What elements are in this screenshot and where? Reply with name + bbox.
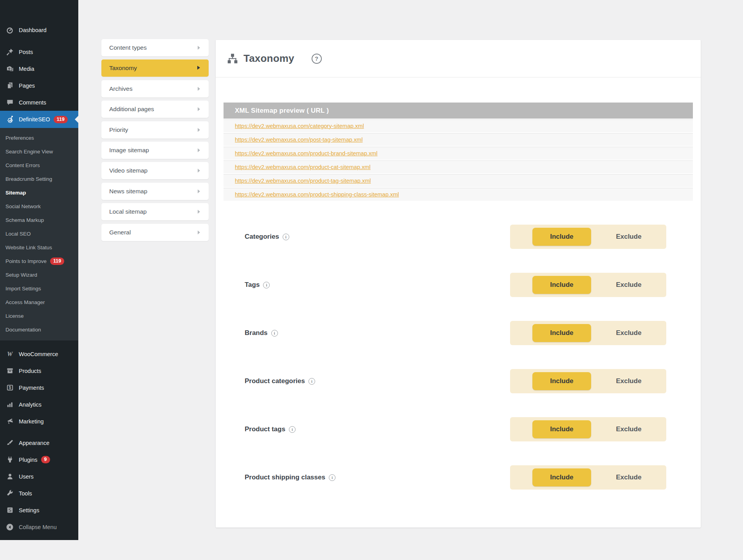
exclude-button[interactable]: Exclude — [591, 233, 666, 241]
tab-news-sitemap[interactable]: News sitemap — [101, 183, 209, 200]
table-header: XML Sitemap preview ( URL ) — [224, 103, 693, 119]
include-button[interactable]: Include — [532, 420, 591, 438]
include-button[interactable]: Include — [532, 324, 591, 342]
setting-row-brands: Brands i Include Exclude — [224, 321, 693, 345]
chevron-right-icon — [198, 46, 200, 50]
submenu-item-sitemap[interactable]: Sitemap — [0, 186, 78, 200]
info-icon[interactable]: i — [283, 234, 289, 240]
tab-archives[interactable]: Archives — [101, 80, 209, 97]
submenu-item-access-manager[interactable]: Access Manager — [0, 295, 78, 309]
sidebar-item-marketing[interactable]: Marketing — [0, 413, 78, 430]
sidebar-separator — [0, 340, 78, 346]
submenu-item-local-seo[interactable]: Local SEO — [0, 227, 78, 241]
sidebar-separator — [0, 38, 78, 43]
analytics-icon — [5, 400, 14, 409]
collapse-menu-button[interactable]: Collapse Menu — [0, 519, 78, 535]
definiteseo-logo-icon — [5, 115, 15, 124]
sidebar-item-dashboard[interactable]: Dashboard — [0, 22, 78, 38]
tab-additional-pages[interactable]: Additional pages — [101, 101, 209, 118]
sidebar-item-products[interactable]: Products — [0, 362, 78, 379]
include-exclude-toggle: Include Exclude — [510, 273, 666, 297]
marketing-icon — [5, 417, 14, 426]
sidebar-item-woocommerce[interactable]: W WooCommerce — [0, 346, 78, 362]
sidebar-item-media[interactable]: Media — [0, 60, 78, 77]
sidebar-item-posts[interactable]: Posts — [0, 43, 78, 60]
exclude-button[interactable]: Exclude — [591, 425, 666, 433]
info-icon[interactable]: i — [329, 474, 335, 481]
sidebar-item-analytics[interactable]: Analytics — [0, 396, 78, 413]
sidebar-item-plugins[interactable]: Plugins 9 — [0, 451, 78, 468]
info-icon[interactable]: i — [289, 426, 296, 433]
sidebar-item-label: Plugins — [19, 457, 38, 463]
sidebar-item-label: WooCommerce — [19, 351, 58, 357]
sitemap-link-product-shipping-class[interactable]: https://dev2.webmaxusa.com/product-shipp… — [235, 191, 399, 198]
help-icon[interactable]: ? — [312, 54, 322, 64]
sidebar-item-label: Media — [19, 66, 34, 72]
tab-video-sitemap[interactable]: Video sitemap — [101, 162, 209, 179]
tab-priority[interactable]: Priority — [101, 121, 209, 139]
sidebar-item-comments[interactable]: Comments — [0, 94, 78, 111]
collapse-menu-label: Collapse Menu — [19, 524, 57, 530]
tools-icon — [5, 489, 14, 498]
submenu-item-schema-markup[interactable]: Schema Markup — [0, 213, 78, 227]
submenu-item-points-to-improve[interactable]: Points to Improve 119 — [0, 254, 78, 268]
exclude-button[interactable]: Exclude — [591, 474, 666, 481]
tab-general[interactable]: General — [101, 224, 209, 241]
submenu-item-documentation[interactable]: Documentation — [0, 323, 78, 337]
sidebar-item-label: Posts — [19, 49, 33, 55]
setting-label: Product categories — [245, 377, 305, 385]
sidebar-item-definiteseo[interactable]: DefiniteSEO 119 — [0, 111, 78, 128]
sitemap-link-post-tag[interactable]: https://dev2.webmaxusa.com/post-tag-site… — [235, 137, 362, 143]
sidebar-separator — [0, 430, 78, 434]
submenu-item-license[interactable]: License — [0, 309, 78, 323]
include-button[interactable]: Include — [532, 372, 591, 390]
sitemap-link-product-tag[interactable]: https://dev2.webmaxusa.com/product-tag-s… — [235, 178, 371, 184]
sidebar-item-tools[interactable]: Tools — [0, 485, 78, 502]
info-icon[interactable]: i — [308, 378, 315, 385]
tab-content-types[interactable]: Content types — [101, 39, 209, 56]
exclude-button[interactable]: Exclude — [591, 377, 666, 385]
tab-image-sitemap[interactable]: Image sitemap — [101, 142, 209, 159]
sidebar-item-users[interactable]: Users — [0, 468, 78, 485]
sitemap-link-category[interactable]: https://dev2.webmaxusa.com/category-site… — [235, 123, 364, 129]
sidebar-item-payments[interactable]: $ Payments — [0, 379, 78, 396]
table-row: https://dev2.webmaxusa.com/post-tag-site… — [224, 132, 693, 146]
chevron-right-icon — [198, 107, 200, 111]
sidebar-item-appearance[interactable]: Appearance — [0, 434, 78, 451]
exclude-button[interactable]: Exclude — [591, 281, 666, 289]
svg-text:W: W — [7, 351, 13, 357]
submenu-item-content-errors[interactable]: Content Errors — [0, 158, 78, 172]
info-icon[interactable]: i — [271, 330, 278, 337]
submenu-item-social-network[interactable]: Social Network — [0, 200, 78, 213]
sidebar-item-label: Analytics — [19, 402, 41, 408]
include-button[interactable]: Include — [532, 228, 591, 246]
chevron-right-icon — [198, 230, 200, 234]
info-icon[interactable]: i — [263, 282, 270, 288]
submenu-item-preferences[interactable]: Preferences — [0, 131, 78, 145]
sidebar-item-settings[interactable]: Settings — [0, 502, 78, 519]
taxonomy-hierarchy-icon — [227, 53, 238, 64]
tab-local-sitemap[interactable]: Local sitemap — [101, 203, 209, 220]
pages-icon — [5, 81, 14, 90]
sidebar-item-pages[interactable]: Pages — [0, 77, 78, 94]
setting-label: Tags — [245, 281, 260, 289]
include-button[interactable]: Include — [532, 468, 591, 486]
sitemap-link-product-brand[interactable]: https://dev2.webmaxusa.com/product-brand… — [235, 150, 377, 157]
submenu-item-breadcrumb-setting[interactable]: Breadcrumb Setting — [0, 172, 78, 186]
exclude-button[interactable]: Exclude — [591, 329, 666, 337]
submenu-item-search-engine-view[interactable]: Search Engine View — [0, 145, 78, 158]
sidebar-item-label: Appearance — [19, 440, 49, 446]
setting-row-product-tags: Product tags i Include Exclude — [224, 417, 693, 441]
notification-badge: 9 — [41, 456, 50, 463]
submenu-item-import-settings[interactable]: Import Settings — [0, 282, 78, 295]
include-button[interactable]: Include — [532, 276, 591, 294]
media-icon — [5, 65, 14, 73]
include-exclude-toggle: Include Exclude — [510, 417, 666, 441]
submenu-item-website-link-status[interactable]: Website Link Status — [0, 241, 78, 254]
tab-taxonomy[interactable]: Taxonomy — [101, 59, 209, 77]
sitemap-link-product-cat[interactable]: https://dev2.webmaxusa.com/product-cat-s… — [235, 164, 371, 170]
table-row: https://dev2.webmaxusa.com/product-shipp… — [224, 187, 693, 201]
submenu-item-setup-wizard[interactable]: Setup Wizard — [0, 268, 78, 282]
sidebar-item-label: Products — [19, 368, 41, 374]
definiteseo-submenu: Preferences Search Engine View Content E… — [0, 128, 78, 340]
